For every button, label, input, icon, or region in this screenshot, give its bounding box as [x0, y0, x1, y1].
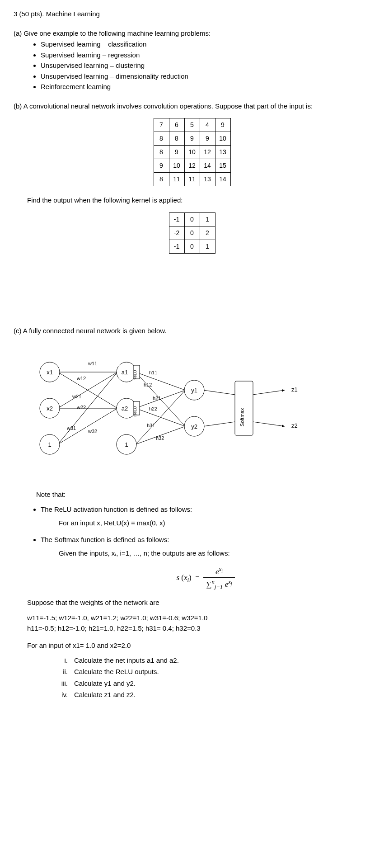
matrix-cell: 11 [184, 173, 200, 186]
matrix-cell: 6 [169, 118, 184, 132]
softmax-def: Given the inputs, xᵢ, i=1, …, n; the out… [59, 548, 370, 559]
matrix-cell: 9 [154, 159, 169, 173]
input-matrix: 7654988991089101213910121415811111314 [154, 118, 231, 186]
softmax-formula: s (xi) = exi ∑nj=1 exj [41, 565, 370, 591]
lbl-w22: w22 [76, 405, 86, 410]
nn-one2: 1 [125, 441, 128, 448]
suppose-line: Suppose that the weights of the network … [27, 598, 370, 608]
nn-y2: y2 [191, 423, 197, 430]
relu-def: For an input x, ReLU(x) = max(0, x) [59, 518, 370, 528]
matrix-cell: 1 [200, 240, 215, 253]
nn-one: 1 [48, 441, 51, 448]
matrix-cell: 0 [184, 240, 200, 253]
nn-x2: x2 [47, 405, 53, 412]
matrix-cell: 13 [215, 146, 230, 159]
matrix-cell: -1 [169, 212, 184, 226]
matrix-cell: 4 [200, 118, 215, 132]
matrix-cell: 14 [215, 173, 230, 186]
softmax-label: Softmax [239, 408, 245, 426]
note-relu: The ReLU activation function is defined … [41, 505, 370, 528]
matrix-cell: 8 [154, 146, 169, 159]
nn-x1: x1 [47, 369, 53, 376]
task-item: i.Calculate the net inputs a1 and a2. [50, 656, 370, 666]
matrix-cell: 10 [184, 146, 200, 159]
matrix-cell: 11 [169, 173, 184, 186]
svg-line-12 [203, 390, 235, 395]
weights-line-2: h11=-0.5; h12=-1.0; h21=1.0, h22=1.5; h3… [27, 623, 370, 634]
matrix-cell: 8 [154, 132, 169, 146]
lbl-h32: h32 [156, 435, 164, 441]
nn-z1: z1 [291, 386, 298, 393]
nn-z2: z2 [291, 422, 298, 429]
list-item: Supervised learning – classification [41, 39, 370, 50]
matrix-cell: 0 [184, 212, 200, 226]
task-text: Calculate z1 and z2. [74, 690, 136, 700]
matrix-cell: 15 [215, 159, 230, 173]
matrix-cell: 9 [184, 132, 200, 146]
matrix-cell: 10 [169, 159, 184, 173]
task-list: i.Calculate the net inputs a1 and a2. ii… [50, 656, 370, 700]
lbl-w11: w11 [88, 361, 97, 366]
matrix-cell: -2 [169, 226, 184, 240]
list-item: Supervised learning – regression [41, 50, 370, 61]
matrix-cell: 0 [184, 226, 200, 240]
note-that: Note that: [36, 490, 370, 500]
lbl-w21: w21 [72, 394, 81, 399]
task-item: iii.Calculate y1 and y2. [50, 679, 370, 689]
svg-line-15 [253, 422, 285, 426]
matrix-cell: 1 [200, 212, 215, 226]
page-title: 3 (50 pts). Machine Learning [14, 9, 370, 19]
spacer [14, 263, 370, 326]
rn: ii. [50, 667, 68, 677]
rn: iv. [50, 690, 68, 700]
lbl-h22: h22 [149, 406, 157, 411]
part-a-list: Supervised learning – classification Sup… [41, 39, 370, 92]
list-item: Reinforcement learning [41, 82, 370, 92]
rn: iii. [50, 679, 68, 689]
lbl-h31: h31 [147, 423, 155, 428]
matrix-cell: -1 [169, 240, 184, 253]
matrix-cell: 13 [200, 173, 215, 186]
lbl-w12: w12 [76, 376, 86, 381]
rn: i. [50, 656, 68, 666]
matrix-cell: 12 [200, 146, 215, 159]
matrix-cell: 8 [154, 173, 169, 186]
lbl-w32: w32 [88, 429, 97, 434]
matrix-cell: 9 [215, 118, 230, 132]
task-text: Calculate the ReLU outputs. [74, 667, 159, 677]
matrix-cell: 5 [184, 118, 200, 132]
kernel-prompt: Find the output when the following kerne… [27, 195, 370, 206]
matrix-cell: 12 [184, 159, 200, 173]
lbl-w31: w31 [66, 425, 76, 431]
lbl-h11: h11 [149, 370, 157, 375]
nn-a2: a2 [122, 405, 128, 412]
weights-line-1: w11=-1.5; w12=-1.0, w21=1.2; w22=1.0; w3… [27, 613, 370, 623]
list-item: Unsupervised learning – clustering [41, 61, 370, 71]
nn-svg: x1 x2 1 a1 a2 1 ReLU ReLU y1 y2 Softmax … [32, 349, 312, 476]
svg-line-6 [136, 372, 185, 390]
nn-y1: y1 [191, 387, 197, 394]
part-b-prompt: (b) A convolutional neural network invol… [27, 101, 370, 112]
matrix-cell: 10 [215, 132, 230, 146]
svg-line-14 [253, 390, 285, 395]
note-relu-text: The ReLU activation function is defined … [41, 505, 192, 513]
task-item: iv.Calculate z1 and z2. [50, 690, 370, 700]
lbl-h12: h12 [144, 382, 152, 387]
for-input-line: For an input of x1= 1.0 and x2=2.0 [27, 641, 370, 651]
nn-a1: a1 [122, 369, 128, 376]
list-item: Unsupervised learning – dimensionality r… [41, 71, 370, 82]
part-c-prompt: (c) A fully connected neural network is … [14, 326, 370, 336]
svg-line-13 [203, 422, 235, 426]
task-item: ii.Calculate the ReLU outputs. [50, 667, 370, 677]
relu-label-1: ReLU [133, 370, 137, 380]
kernel-matrix: -101-202-101 [169, 212, 215, 254]
part-b: (b) A convolutional neural network invol… [14, 101, 370, 254]
part-a-prompt: (a) Give one example to the following ma… [14, 28, 370, 39]
part-a: (a) Give one example to the following ma… [14, 28, 370, 92]
relu-label-2: ReLU [133, 406, 137, 416]
matrix-cell: 9 [169, 146, 184, 159]
matrix-cell: 8 [169, 132, 184, 146]
matrix-cell: 7 [154, 118, 169, 132]
task-text: Calculate the net inputs a1 and a2. [74, 656, 179, 666]
matrix-cell: 14 [200, 159, 215, 173]
